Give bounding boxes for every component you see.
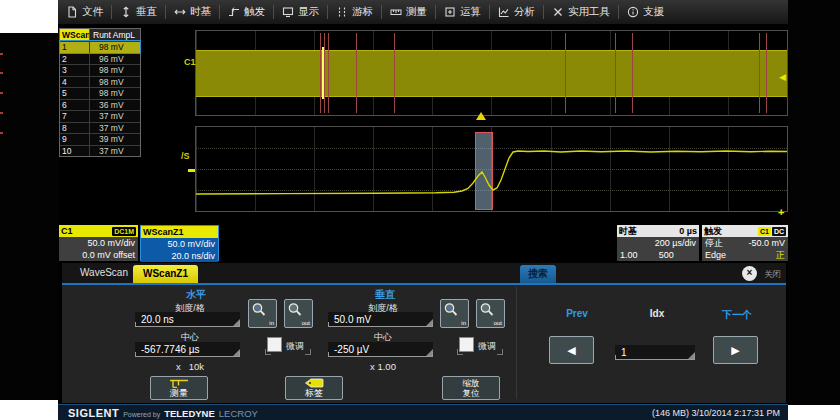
menu-measure[interactable]: 测量	[382, 0, 435, 24]
h-scale-input[interactable]: 20.0 ns	[135, 312, 240, 327]
left-strip-mark	[0, 72, 3, 74]
table-row[interactable]: 1037 mV	[60, 145, 140, 157]
file-icon	[66, 6, 78, 18]
menu-utilities[interactable]: 实用工具	[544, 0, 618, 24]
analysis-chart-icon	[498, 6, 510, 18]
h-fine-label: 微调	[286, 340, 304, 353]
row-index: 8	[60, 123, 89, 134]
close-icon[interactable]: ×	[742, 266, 757, 281]
zoom-position-triangle-icon	[476, 112, 486, 120]
h-center-input[interactable]: -567.7746 µs	[135, 342, 240, 357]
utilities-tools-icon	[552, 6, 564, 18]
row-value: 98 mV	[89, 88, 140, 99]
close-label: 关闭	[764, 269, 781, 281]
row-index: 7	[60, 111, 89, 122]
menu-math-label: 运算	[460, 5, 481, 19]
left-strip-mark	[0, 112, 3, 114]
trigger-level: -50.0 mV	[748, 237, 785, 249]
measure-button[interactable]: 测量	[150, 376, 208, 400]
memory-and-clock: (146 MB) 3/10/2014 2:17:31 PM	[652, 408, 780, 418]
c1-descriptor-box[interactable]: C1 DC1M 50.0 mV/div 0.0 mV offset	[59, 225, 138, 261]
table-row[interactable]: 598 mV	[60, 87, 140, 99]
v-zoom-in-button[interactable]: in	[440, 299, 469, 328]
measure-button-label: 测量	[170, 388, 188, 398]
idx-input[interactable]: 1	[615, 345, 695, 360]
trigger-title: 触发	[704, 225, 722, 237]
trigger-level-marker-icon: ◀	[779, 72, 786, 82]
field-corner-mark	[233, 349, 240, 356]
magnifier-in-icon	[443, 302, 459, 318]
scan-event-marker	[320, 33, 321, 113]
menu-math[interactable]: 运算	[436, 0, 489, 24]
row-index: 2	[60, 54, 89, 65]
timebase-samplerate: 500 MS/s	[659, 249, 696, 261]
wscanz1-descriptor-box[interactable]: WScanZ1 50.0 mV/div 20.0 ns/div	[140, 225, 219, 261]
v-zoom-out-button[interactable]: out	[476, 299, 505, 328]
c1-scale: 50.0 mV/div	[59, 237, 138, 249]
next-button[interactable]: ▶	[713, 336, 758, 364]
zoom-out-label: out	[302, 320, 310, 326]
table-row[interactable]: 498 mV	[60, 76, 140, 88]
left-strip-mark	[0, 53, 3, 55]
table-row[interactable]: 837 mV	[60, 122, 140, 134]
zoom-waveform-grid[interactable]	[195, 126, 788, 212]
v-center-value: -250 µV	[334, 344, 369, 355]
timebase-descriptor-box[interactable]: 时基 0 µs 200 µs/div 1.00 MS 500 MS/s	[617, 225, 699, 261]
menu-trigger[interactable]: 触发	[220, 0, 273, 24]
menu-timebase[interactable]: 时基	[166, 0, 219, 24]
idx-value: 1	[621, 347, 627, 358]
scan-event-marker	[632, 33, 633, 113]
field-corner-mark	[426, 319, 433, 326]
v-center-input[interactable]: -250 µV	[328, 342, 433, 357]
zoom-in-label: in	[269, 320, 274, 326]
menu-cursors[interactable]: 游标	[328, 0, 381, 24]
source-waveform-grid[interactable]	[195, 30, 788, 116]
trigger-descriptor-box[interactable]: 触发 C1 DC 停止 -50.0 mV Edge 正	[702, 225, 788, 261]
menu-support[interactable]: 支援	[619, 0, 672, 24]
menu-vertical[interactable]: 垂直	[112, 0, 165, 24]
oscilloscope-app: 文件 垂直 时基 触发 显示 游标	[58, 0, 788, 420]
table-row[interactable]: 737 mV	[60, 110, 140, 122]
tab-search[interactable]: 搜索	[520, 265, 556, 283]
h-zoom-out-button[interactable]: out	[284, 299, 313, 328]
teledyne-logo: TELEDYNE	[164, 408, 215, 419]
h-zoom-factor: x 10k	[135, 361, 245, 372]
prev-label: Prev	[542, 308, 612, 319]
tab-wavescan[interactable]: WaveScan	[70, 263, 138, 283]
c1-waveform-band	[196, 50, 787, 97]
left-strip-mark	[0, 132, 3, 134]
c1-title: C1	[61, 225, 73, 237]
zoom-reset-line2: 复位	[463, 388, 480, 398]
tab-wscanz1[interactable]: WScanZ1	[133, 265, 198, 283]
table-row[interactable]: 939 mV	[60, 133, 140, 145]
c1-offset: 0.0 mV offset	[59, 249, 138, 261]
wscanz1-vscale: 50.0 mV/div	[141, 238, 218, 250]
table-row[interactable]: 636 mV	[60, 99, 140, 111]
table-row[interactable]: 296 mV	[60, 53, 140, 65]
scan-event-marker	[356, 33, 357, 113]
menu-display[interactable]: 显示	[274, 0, 327, 24]
prev-button[interactable]: ◀	[549, 336, 594, 364]
v-zoom-factor: x 1.00	[328, 361, 438, 372]
horizontal-arrows-icon	[174, 6, 186, 18]
brand-logos: SIGLENT Powered by TELEDYNE LECROY	[68, 407, 258, 419]
zoom-reset-button[interactable]: 缩放 复位	[442, 376, 500, 400]
menu-measure-label: 测量	[406, 5, 427, 19]
dialog-tab-bar: WaveScan WScanZ1 搜索 × 关闭	[62, 263, 786, 285]
scan-event-marker	[759, 33, 760, 113]
magnifier-in-icon	[251, 302, 267, 318]
v-scale-input[interactable]: 50.0 mV	[328, 312, 433, 327]
left-strip-mark	[0, 92, 3, 94]
row-value: 37 mV	[89, 123, 140, 134]
table-header-measure: Runt AmpL	[89, 29, 140, 41]
tag-button[interactable]: 标签	[285, 376, 343, 400]
menu-display-label: 显示	[298, 5, 319, 19]
row-index: 1	[60, 42, 89, 53]
h-zoom-in-button[interactable]: in	[248, 299, 277, 328]
trigger-coupling-badge: DC	[772, 227, 786, 236]
left-margin-strip	[0, 33, 58, 400]
menu-analysis[interactable]: 分析	[490, 0, 543, 24]
table-row[interactable]: 398 mV	[60, 64, 140, 76]
table-row[interactable]: 198 mV	[60, 41, 140, 53]
menu-file[interactable]: 文件	[58, 0, 111, 24]
